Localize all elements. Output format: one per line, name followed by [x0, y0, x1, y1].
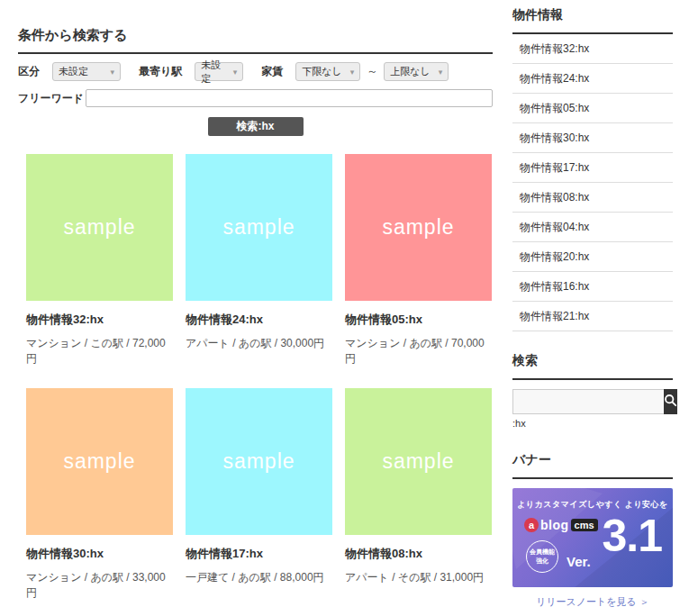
station-select[interactable]: 未設定 ▾: [195, 62, 243, 81]
sample-image-label: sample: [222, 449, 295, 474]
sample-image-label: sample: [63, 449, 135, 474]
version-prefix: Ver.: [567, 554, 591, 569]
property-sample-image[interactable]: sample: [345, 388, 492, 535]
sidebar-entry-link[interactable]: 物件情報30:hx: [512, 123, 673, 153]
page-title: 条件から検索する: [18, 27, 493, 54]
property-meta: アパート / その駅 / 31,000円: [345, 570, 492, 585]
version-banner[interactable]: よりカスタマイズしやすく より安心を a blog cms 会員機能 強化 Ve…: [512, 488, 673, 587]
sidebar-search-box: [512, 389, 673, 414]
blogcms-logo-cms: cms: [571, 519, 598, 531]
blogcms-logo: a blog cms: [524, 518, 598, 532]
member-feature-badge-line2: 強化: [536, 557, 548, 566]
sidebar-entry-list: 物件情報32:hx 物件情報24:hx 物件情報05:hx 物件情報30:hx …: [512, 34, 673, 331]
property-card[interactable]: sample 物件情報30:hx マンション / あの駅 / 33,000円: [26, 388, 173, 601]
sidebar-entry-link[interactable]: 物件情報17:hx: [512, 153, 673, 183]
property-meta: 一戸建て / あの駅 / 88,000円: [186, 570, 332, 585]
property-card[interactable]: sample 物件情報08:hx アパート / その駅 / 31,000円: [345, 388, 492, 601]
rent-max-select[interactable]: 上限なし ▾: [384, 62, 449, 81]
station-select-value: 未設定: [201, 59, 227, 86]
search-icon: [664, 394, 677, 410]
property-card[interactable]: sample 物件情報17:hx 一戸建て / あの駅 / 88,000円: [186, 388, 332, 601]
rent-min-select-value: 下限なし: [302, 65, 342, 78]
category-select-value: 未設定: [59, 65, 88, 78]
sidebar-search-button[interactable]: [664, 389, 677, 414]
sidebar-entry-link[interactable]: 物件情報05:hx: [512, 94, 673, 123]
category-label: 区分: [18, 64, 40, 79]
chevron-down-icon: ▾: [350, 68, 355, 77]
sample-image-label: sample: [382, 215, 454, 240]
category-select[interactable]: 未設定 ▾: [52, 62, 121, 81]
property-title[interactable]: 物件情報17:hx: [186, 546, 332, 562]
property-meta: アパート / あの駅 / 30,000円: [186, 336, 332, 351]
property-sample-image[interactable]: sample: [26, 388, 173, 535]
property-card[interactable]: sample 物件情報24:hx アパート / あの駅 / 30,000円: [186, 154, 332, 367]
sidebar-entry-link[interactable]: 物件情報20:hx: [512, 242, 673, 272]
sidebar-entry-link[interactable]: 物件情報08:hx: [512, 183, 673, 213]
property-card[interactable]: sample 物件情報32:hx マンション / この駅 / 72,000円: [26, 154, 173, 367]
search-condition-row: 区分 未設定 ▾ 最寄り駅 未設定 ▾ 家賃 下限なし ▾ ～ 上限なし ▾: [18, 62, 493, 81]
property-meta: マンション / この駅 / 72,000円: [26, 336, 173, 367]
freeword-row: フリーワード: [18, 89, 493, 107]
sidebar-search-heading: 検索: [512, 353, 673, 380]
sample-image-label: sample: [382, 449, 454, 474]
sample-image-label: sample: [222, 215, 295, 240]
property-title[interactable]: 物件情報30:hx: [26, 546, 173, 562]
rent-min-select[interactable]: 下限なし ▾: [295, 62, 360, 81]
property-title[interactable]: 物件情報32:hx: [26, 312, 173, 328]
station-label: 最寄り駅: [139, 64, 182, 79]
chevron-down-icon: ▾: [233, 68, 238, 77]
freeword-label: フリーワード: [18, 91, 86, 106]
property-sample-image[interactable]: sample: [186, 388, 332, 535]
property-sample-image[interactable]: sample: [345, 154, 492, 301]
rent-range-tilde: ～: [367, 64, 377, 79]
sidebar-entries-heading: 物件情報: [512, 7, 673, 34]
property-card[interactable]: sample 物件情報05:hx マンション / あの駅 / 70,000円: [345, 154, 492, 367]
property-card-grid: sample 物件情報32:hx マンション / この駅 / 72,000円 s…: [26, 154, 492, 601]
member-feature-badge-line1: 会員機能: [530, 548, 555, 557]
blogcms-logo-a-icon: a: [524, 518, 539, 532]
sidebar-entry-link[interactable]: 物件情報24:hx: [512, 64, 673, 94]
sidebar-entry-link[interactable]: 物件情報32:hx: [512, 34, 673, 64]
sidebar-search-input[interactable]: [512, 389, 664, 414]
sidebar-search-caption: :hx: [512, 418, 673, 429]
release-notes-link[interactable]: リリースノートを見る ＞: [512, 595, 673, 609]
property-title[interactable]: 物件情報05:hx: [345, 312, 492, 328]
blogcms-logo-blog: blog: [540, 518, 569, 532]
sidebar-entry-link[interactable]: 物件情報04:hx: [512, 213, 673, 242]
property-meta: マンション / あの駅 / 70,000円: [345, 336, 492, 367]
chevron-down-icon: ▾: [110, 68, 114, 77]
property-sample-image[interactable]: sample: [26, 154, 173, 301]
property-meta: マンション / あの駅 / 33,000円: [26, 570, 173, 601]
sidebar-entry-link[interactable]: 物件情報21:hx: [512, 302, 673, 331]
property-title[interactable]: 物件情報08:hx: [345, 546, 492, 562]
member-feature-badge: 会員機能 強化: [526, 540, 558, 573]
rent-label: 家賃: [261, 64, 283, 79]
property-sample-image[interactable]: sample: [186, 154, 332, 301]
search-submit-button[interactable]: 検索:hx: [208, 117, 304, 136]
version-number: 3.1: [602, 513, 662, 558]
version-banner-tagline: よりカスタマイズしやすく より安心を: [512, 499, 673, 511]
page: 条件から検索する 区分 未設定 ▾ 最寄り駅 未設定 ▾ 家賃 下限なし ▾ ～…: [0, 0, 698, 616]
sidebar-banner-heading: バナー: [512, 452, 673, 479]
chevron-down-icon: ▾: [439, 68, 443, 77]
property-title[interactable]: 物件情報24:hx: [186, 312, 332, 328]
rent-max-select-value: 上限なし: [390, 65, 431, 78]
sample-image-label: sample: [63, 215, 135, 240]
sidebar: 物件情報 物件情報32:hx 物件情報24:hx 物件情報05:hx 物件情報3…: [512, 0, 673, 616]
main-column: 条件から検索する 区分 未設定 ▾ 最寄り駅 未設定 ▾ 家賃 下限なし ▾ ～…: [18, 0, 493, 616]
sidebar-entry-link[interactable]: 物件情報16:hx: [512, 272, 673, 302]
freeword-input[interactable]: [86, 89, 493, 107]
